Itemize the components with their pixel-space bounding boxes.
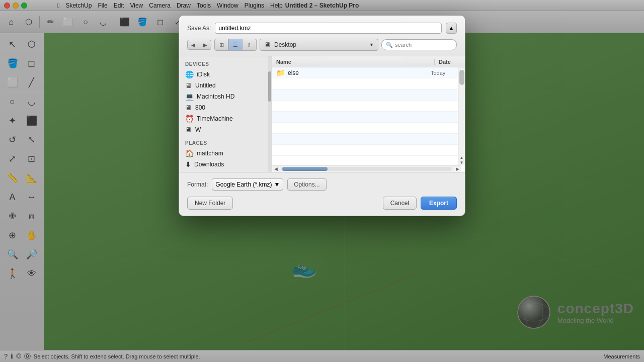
file-list-scrollbar[interactable]: ▲ ▼ [458, 67, 465, 165]
horizontal-scrollbar[interactable]: ◀ ▶ [272, 165, 461, 172]
format-dropdown-arrow: ▼ [274, 181, 280, 188]
hscroll-track [281, 167, 452, 171]
downloads-icon: ⬇ [185, 160, 191, 168]
sidebar-item-timemachine[interactable]: ⏰ TimeMachine [179, 113, 272, 124]
file-item-empty-7 [272, 145, 465, 156]
file-item-empty-4 [272, 112, 465, 123]
sidebar-item-untitled[interactable]: 🖥 Untitled [179, 80, 272, 91]
sidebar-scrollbar[interactable] [268, 56, 272, 172]
dialog-bottom: Format: Google Earth (*.kmz) ▼ Options..… [179, 172, 465, 216]
folder-icon: 📁 [276, 69, 285, 77]
home-icon: 🏠 [185, 149, 194, 157]
desktop-icon: 🖥 [264, 41, 271, 49]
dropdown-arrow-icon: ▼ [369, 42, 374, 47]
places-header: PLACES [179, 139, 272, 148]
mattcham-label: mattcham [197, 150, 223, 157]
file-panel: Name Date 📁 else Today [272, 56, 465, 172]
save-dialog: Save As: ▲ ◀ ▶ ⊞ ☰ ⫿ 🖥 Desktop ▼ [179, 15, 465, 216]
view-buttons: ⊞ ☰ ⫿ [214, 39, 257, 51]
list-view-button[interactable]: ☰ [228, 39, 243, 51]
scroll-arrows: ▲ ▼ [458, 155, 465, 165]
800-icon: 🖥 [185, 104, 192, 112]
untitled-drive-icon: 🖥 [185, 81, 192, 89]
location-name: Desktop [274, 41, 296, 48]
idisk-icon: 🌐 [185, 70, 194, 78]
pictures-icon: 🖼 [185, 171, 192, 172]
sidebar-item-800[interactable]: 🖥 800 [179, 102, 272, 113]
format-row: Format: Google Earth (*.kmz) ▼ Options..… [187, 178, 457, 191]
scroll-right-arrow[interactable]: ▶ [454, 165, 461, 172]
untitled-label: Untitled [195, 82, 216, 89]
format-selector[interactable]: Google Earth (*.kmz) ▼ [212, 178, 283, 191]
sidebar-panel: DEVICES 🌐 iDisk 🖥 Untitled 💻 Macintosh H… [179, 56, 272, 172]
sidebar-item-idisk[interactable]: 🌐 iDisk [179, 69, 272, 80]
timemachine-icon: ⏰ [185, 115, 194, 123]
column-view-button[interactable]: ⫿ [243, 39, 257, 51]
scroll-up-arrow[interactable]: ▲ [460, 155, 464, 160]
macintosh-icon: 💻 [185, 93, 194, 101]
dialog-top: Save As: ▲ ◀ ▶ ⊞ ☰ ⫿ 🖥 Desktop ▼ [179, 16, 465, 56]
name-column-header: Name [272, 59, 435, 65]
date-column-header: Date [435, 59, 465, 65]
sidebar-scrollbar-thumb [268, 71, 271, 102]
file-item-empty-6 [272, 134, 465, 145]
dialog-buttons: New Folder Cancel Export [187, 197, 457, 210]
idisk-label: iDisk [197, 71, 210, 78]
file-name-else: else [288, 69, 431, 76]
save-as-row: Save As: ▲ [187, 23, 457, 34]
file-item-empty-3 [272, 101, 465, 112]
back-button[interactable]: ◀ [187, 40, 199, 50]
up-directory-button[interactable]: ▲ [446, 23, 457, 34]
nav-buttons: ◀ ▶ [187, 40, 211, 50]
file-item-else[interactable]: 📁 else Today [272, 67, 465, 78]
sidebar-item-macintosh[interactable]: 💻 Macintosh HD [179, 91, 272, 102]
dialog-right-buttons: Cancel Export [383, 197, 457, 210]
search-box: 🔍 [381, 39, 457, 50]
search-input[interactable] [395, 42, 452, 48]
hscroll-thumb [282, 167, 328, 171]
devices-header: DEVICES [179, 60, 272, 69]
sidebar-item-downloads[interactable]: ⬇ Downloads [179, 159, 272, 170]
sidebar-item-pictures[interactable]: 🖼 Pictures [179, 170, 272, 172]
save-as-label: Save As: [187, 25, 211, 32]
forward-button[interactable]: ▶ [199, 40, 211, 50]
file-date-else: Today [431, 70, 461, 76]
cancel-button[interactable]: Cancel [383, 197, 417, 210]
new-folder-button[interactable]: New Folder [187, 197, 233, 210]
scrollbar-thumb [459, 70, 464, 85]
scroll-left-arrow[interactable]: ◀ [272, 165, 279, 172]
dialog-overlay: Save As: ▲ ◀ ▶ ⊞ ☰ ⫿ 🖥 Desktop ▼ [0, 0, 644, 362]
scroll-down-arrow[interactable]: ▼ [460, 160, 464, 165]
file-item-empty-5 [272, 123, 465, 134]
file-item-empty-1 [272, 78, 465, 89]
file-list-header: Name Date [272, 56, 465, 67]
format-value: Google Earth (*.kmz) [215, 181, 272, 188]
800-label: 800 [195, 104, 205, 111]
macintosh-label: Macintosh HD [197, 93, 234, 100]
filename-input[interactable] [215, 23, 442, 34]
dialog-body: DEVICES 🌐 iDisk 🖥 Untitled 💻 Macintosh H… [179, 56, 465, 172]
icon-view-button[interactable]: ⊞ [214, 39, 228, 51]
location-selector[interactable]: 🖥 Desktop ▼ [260, 39, 378, 51]
format-label: Format: [187, 181, 208, 188]
file-item-empty-2 [272, 89, 465, 101]
sidebar-item-mattcham[interactable]: 🏠 mattcham [179, 148, 272, 159]
w-label: W [195, 126, 201, 133]
export-button[interactable]: Export [421, 197, 457, 210]
w-icon: 🖥 [185, 126, 192, 134]
sidebar-item-w[interactable]: 🖥 W [179, 124, 272, 135]
search-icon: 🔍 [386, 42, 393, 48]
options-button[interactable]: Options... [287, 178, 326, 191]
downloads-label: Downloads [194, 161, 224, 168]
timemachine-label: TimeMachine [197, 115, 233, 122]
location-row: ◀ ▶ ⊞ ☰ ⫿ 🖥 Desktop ▼ 🔍 [187, 39, 457, 51]
